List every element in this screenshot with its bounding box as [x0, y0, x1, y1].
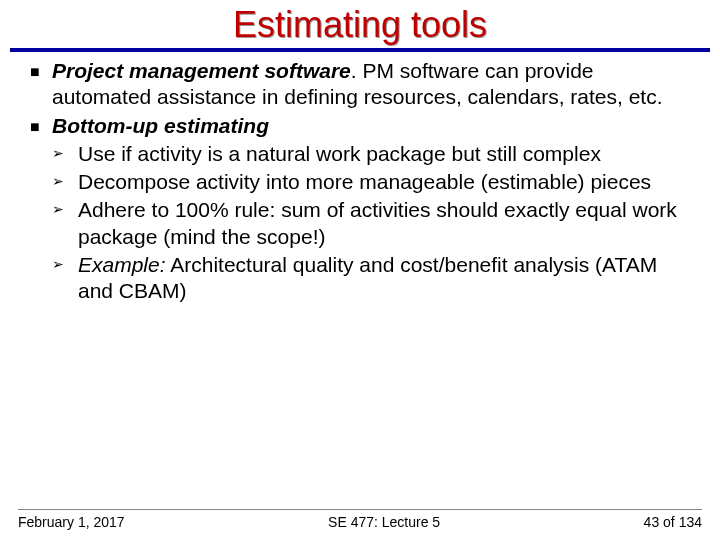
bullet-text: Project management software. PM software… — [52, 59, 663, 108]
slide: Estimating tools ■ Project management so… — [0, 0, 720, 540]
square-bullet-icon: ■ — [30, 62, 40, 82]
bullet-rest: Architectural quality and cost/benefit a… — [78, 253, 657, 302]
bullet-text: Bottom-up estimating — [52, 114, 269, 137]
bullet-level2: ➢ Use if activity is a natural work pack… — [30, 141, 690, 167]
chevron-right-icon: ➢ — [52, 145, 64, 163]
bullet-text: Decompose activity into more manageable … — [78, 170, 651, 193]
footer-center: SE 477: Lecture 5 — [328, 514, 440, 530]
footer-page: 43 of 134 — [644, 514, 702, 530]
footer-rule — [18, 509, 702, 510]
slide-title: Estimating tools — [0, 0, 720, 48]
square-bullet-icon: ■ — [30, 117, 40, 137]
bullet-level1: ■ Bottom-up estimating — [30, 113, 690, 139]
footer-row: February 1, 2017 SE 477: Lecture 5 43 of… — [18, 514, 702, 530]
bullet-level1: ■ Project management software. PM softwa… — [30, 58, 690, 111]
bullet-label: Project management software — [52, 59, 351, 82]
bullet-text: Adhere to 100% rule: sum of activities s… — [78, 198, 677, 247]
bullet-text: Example: Architectural quality and cost/… — [78, 253, 657, 302]
bullet-level2: ➢ Example: Architectural quality and cos… — [30, 252, 690, 305]
chevron-right-icon: ➢ — [52, 256, 64, 274]
chevron-right-icon: ➢ — [52, 201, 64, 219]
slide-body: ■ Project management software. PM softwa… — [0, 52, 720, 304]
chevron-right-icon: ➢ — [52, 173, 64, 191]
bullet-level2: ➢ Adhere to 100% rule: sum of activities… — [30, 197, 690, 250]
bullet-label: Example: — [78, 253, 166, 276]
footer-date: February 1, 2017 — [18, 514, 125, 530]
bullet-level2: ➢ Decompose activity into more manageabl… — [30, 169, 690, 195]
bullet-label: Bottom-up estimating — [52, 114, 269, 137]
slide-footer: February 1, 2017 SE 477: Lecture 5 43 of… — [0, 509, 720, 530]
bullet-text: Use if activity is a natural work packag… — [78, 142, 601, 165]
